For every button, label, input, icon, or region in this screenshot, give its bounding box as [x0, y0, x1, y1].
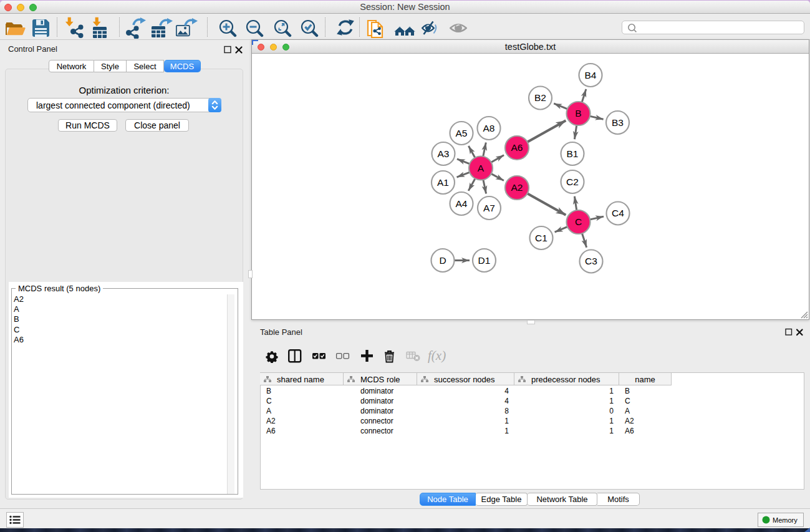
- svg-text:D: D: [439, 255, 446, 266]
- svg-text:A8: A8: [483, 123, 495, 133]
- svg-text:C: C: [575, 216, 582, 227]
- svg-text:C2: C2: [566, 177, 579, 187]
- svg-text:A2: A2: [511, 182, 523, 193]
- svg-text:C4: C4: [612, 208, 624, 218]
- svg-text:C1: C1: [535, 233, 547, 243]
- svg-text:A3: A3: [438, 148, 450, 159]
- svg-text:A: A: [478, 163, 485, 173]
- svg-text:B2: B2: [534, 92, 546, 103]
- svg-text:A1: A1: [437, 177, 449, 188]
- svg-text:A4: A4: [456, 198, 468, 209]
- svg-text:C3: C3: [585, 256, 597, 266]
- svg-text:D1: D1: [478, 255, 491, 266]
- svg-text:B3: B3: [612, 117, 624, 128]
- svg-text:B: B: [575, 108, 581, 118]
- svg-text:A7: A7: [483, 203, 495, 213]
- svg-text:A5: A5: [456, 128, 468, 138]
- svg-text:B4: B4: [585, 70, 597, 80]
- svg-text:A6: A6: [511, 142, 523, 153]
- svg-text:B1: B1: [567, 148, 579, 159]
